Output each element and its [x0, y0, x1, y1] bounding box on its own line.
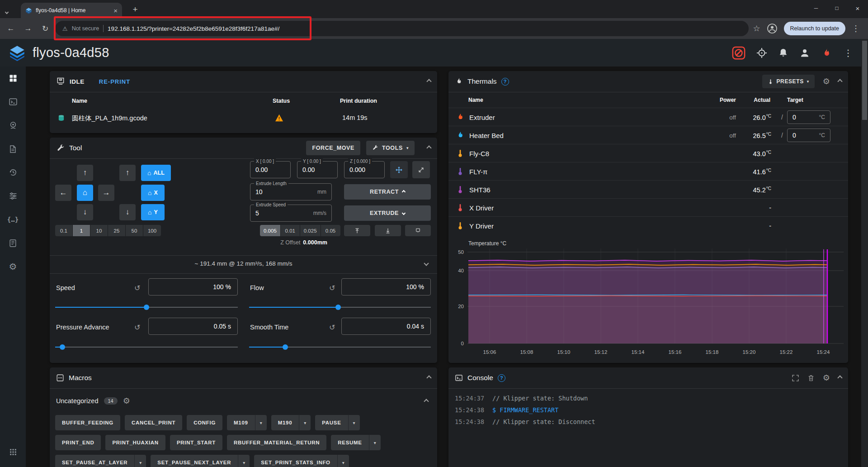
macro-button[interactable]: SET_PAUSE_AT_LAYER	[55, 455, 134, 467]
new-tab-button[interactable]: +	[129, 4, 141, 15]
presets-button[interactable]: PRESETS▾	[762, 75, 815, 88]
smooth-time-slider[interactable]	[249, 344, 431, 350]
collapse-status-icon[interactable]	[426, 79, 431, 84]
extruder-target-field[interactable]: 0°C	[787, 110, 830, 124]
sensor-name[interactable]: Y Driver	[469, 222, 494, 229]
macro-dropdown-icon[interactable]: ▾	[299, 415, 311, 430]
tools-dropdown-button[interactable]: TOOLS▾	[366, 141, 415, 155]
collapse-thermals-icon[interactable]	[837, 79, 842, 84]
address-bar[interactable]: ⚠ Not secure 192.168.1.125/?printer=2428…	[55, 21, 749, 36]
jog-x-minus-button[interactable]: ←	[55, 185, 71, 201]
macro-category-settings-icon[interactable]: ⚙	[123, 397, 130, 405]
macro-dropdown-icon[interactable]: ▾	[348, 415, 360, 430]
window-maximize-button[interactable]: □	[826, 0, 847, 16]
app-menu-icon[interactable]: ⋮	[844, 48, 853, 58]
speed-reset-icon[interactable]: ↺	[134, 284, 140, 292]
diagonal-move-button[interactable]	[412, 161, 430, 178]
macro-category-label[interactable]: Uncategorized	[56, 397, 99, 405]
macro-dropdown-icon[interactable]: ▾	[337, 455, 349, 467]
macro-button[interactable]: PAUSE	[315, 415, 348, 430]
reload-button[interactable]: ↻	[38, 21, 52, 36]
url-text[interactable]: 192.168.1.125/?printer=24282e5f2b8e6591e…	[108, 25, 279, 32]
speed-slider[interactable]	[55, 304, 238, 310]
purge-nozzle-button[interactable]	[405, 225, 431, 236]
sidebar-item-camera[interactable]	[0, 114, 26, 137]
bed-target-field[interactable]: 0°C	[787, 129, 830, 142]
home-y-button[interactable]: ⌂Y	[141, 204, 165, 220]
smooth-time-reset-icon[interactable]: ↺	[329, 323, 335, 332]
extrude-step-option[interactable]: 0.025	[300, 225, 321, 236]
page-scrollbar[interactable]	[861, 39, 868, 467]
macro-dropdown-icon[interactable]: ▾	[134, 455, 146, 467]
move-step-option[interactable]: 0.1	[55, 225, 73, 236]
macro-button[interactable]: PRINT_END	[55, 435, 101, 450]
sensor-name[interactable]: Extruder	[469, 113, 495, 121]
jog-x-plus-button[interactable]: →	[98, 185, 114, 201]
collapse-category-icon[interactable]	[424, 399, 429, 404]
sidebar-item-configure[interactable]	[0, 231, 26, 255]
move-step-option[interactable]: 50	[126, 225, 143, 236]
move-step-option[interactable]: 100	[143, 225, 161, 236]
sensor-name[interactable]: Fly-C8	[469, 149, 489, 157]
collapse-tool-icon[interactable]	[426, 145, 431, 150]
thermals-help-icon[interactable]: ?	[501, 78, 509, 86]
sensor-name[interactable]: SHT36	[469, 186, 491, 193]
fullscreen-icon[interactable]	[792, 374, 799, 382]
clear-console-trash-icon[interactable]	[807, 374, 815, 382]
user-account-icon[interactable]	[799, 48, 810, 58]
brand-flame-logo[interactable]	[821, 47, 833, 59]
home-x-button[interactable]: ⌂X	[141, 185, 165, 201]
macro-button[interactable]: M109	[227, 415, 255, 430]
job-file-name[interactable]: 圆柱体_PLA_1h9m.gcode	[72, 114, 147, 123]
sidebar-item-settings[interactable]: ⚙	[0, 255, 26, 278]
flow-reset-icon[interactable]: ↺	[329, 284, 335, 292]
window-minimize-button[interactable]: ─	[806, 0, 826, 16]
jog-y-plus-button[interactable]: ↑	[77, 165, 93, 181]
macro-button[interactable]: RBUFFER_MATERIAL_RETURN	[227, 435, 326, 450]
macro-button[interactable]: PRINT_HUAXIAN	[105, 435, 165, 450]
thermals-settings-icon[interactable]: ⚙	[823, 77, 830, 86]
extrude-step-option[interactable]: 0.01	[281, 225, 300, 236]
collapse-console-icon[interactable]	[837, 375, 842, 380]
macro-button[interactable]: SET_PRINT_STATS_INFO	[254, 455, 337, 467]
speed-value-field[interactable]: 100 %	[148, 278, 238, 295]
macro-dropdown-icon[interactable]: ▾	[238, 455, 250, 467]
console-log[interactable]: 15:24:37// Klipper state: Shutdown 15:24…	[448, 389, 848, 428]
smooth-time-value-field[interactable]: 0.04 s	[341, 318, 431, 335]
move-step-option-selected[interactable]: 1	[73, 225, 90, 236]
console-help-icon[interactable]: ?	[498, 374, 505, 382]
x-position-field[interactable]: X [ 0.00 ]0.00	[250, 161, 291, 178]
pressure-advance-reset-icon[interactable]: ↺	[134, 323, 140, 332]
macro-button[interactable]: RESUME	[331, 435, 368, 450]
sensor-name[interactable]: FLY-π	[469, 167, 487, 175]
macro-dropdown-icon[interactable]: ▾	[255, 415, 267, 430]
notifications-bell-icon[interactable]	[778, 48, 788, 58]
tab-close-icon[interactable]: ×	[113, 7, 118, 14]
macro-button[interactable]: CONFIG	[187, 415, 222, 430]
retract-button[interactable]: RETRACT	[344, 184, 431, 200]
apps-grid-icon[interactable]	[0, 442, 26, 462]
pressure-advance-slider[interactable]	[55, 344, 238, 350]
jog-z-plus-button[interactable]: ↑	[119, 165, 136, 181]
locate-crosshair-icon[interactable]	[756, 48, 767, 58]
browser-menu-icon[interactable]: ⋮	[852, 24, 860, 33]
forward-button[interactable]: →	[21, 21, 35, 36]
relaunch-to-update-button[interactable]: Relaunch to update	[784, 22, 845, 35]
macro-button[interactable]: PRINT_START	[170, 435, 222, 450]
bookmark-star-icon[interactable]: ☆	[753, 24, 760, 33]
reprint-button[interactable]: RE-PRINT	[99, 78, 130, 85]
filament-load-button[interactable]	[375, 225, 401, 236]
sidebar-item-macros[interactable]: {…}	[0, 208, 26, 231]
move-step-option[interactable]: 10	[90, 225, 108, 236]
sidebar-item-jobs[interactable]	[0, 137, 26, 161]
sidebar-item-console[interactable]	[0, 90, 26, 114]
extrude-step-option-selected[interactable]: 0.005	[260, 225, 281, 236]
emergency-stop-button[interactable]	[732, 46, 745, 60]
extrude-speed-field[interactable]: Extrude Speed 5 mm/s	[250, 205, 332, 222]
tab-search-icon[interactable]	[5, 7, 8, 15]
extrude-length-field[interactable]: Extrude Length 10 mm	[250, 183, 332, 200]
jog-y-minus-button[interactable]: ↓	[77, 204, 93, 220]
sidebar-item-history[interactable]	[0, 161, 26, 184]
filament-unload-button[interactable]	[344, 225, 370, 236]
y-position-field[interactable]: Y [ 0.00 ]0.00	[297, 161, 338, 178]
